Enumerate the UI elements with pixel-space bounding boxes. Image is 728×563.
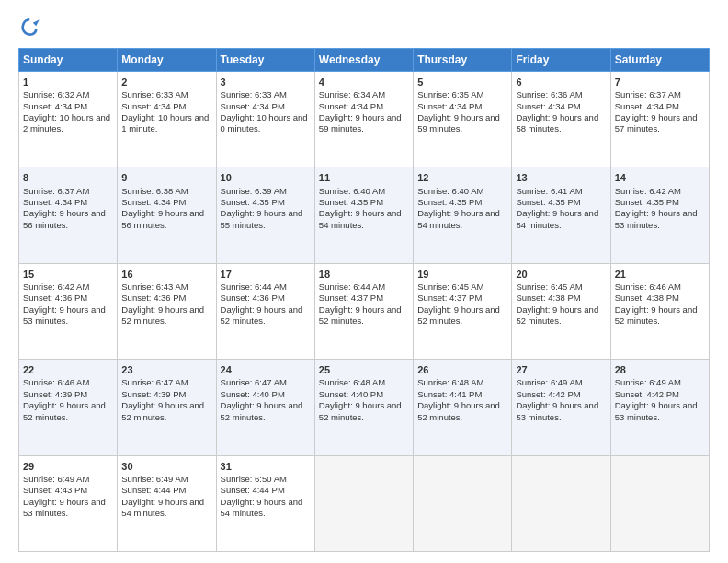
sunrise: Sunrise: 6:50 AM — [221, 474, 287, 484]
day-number: 24 — [221, 363, 311, 376]
sunrise: Sunrise: 6:34 AM — [319, 89, 385, 99]
daylight: Daylight: 10 hours and 1 minute. — [121, 112, 209, 133]
daylight: Daylight: 9 hours and 52 minutes. — [23, 400, 106, 421]
col-header-tuesday: Tuesday — [216, 49, 314, 72]
calendar-cell: 20Sunrise: 6:45 AMSunset: 4:38 PMDayligh… — [512, 263, 610, 359]
sunset: Sunset: 4:35 PM — [417, 197, 482, 207]
sunset: Sunset: 4:34 PM — [121, 101, 186, 111]
daylight: Daylight: 9 hours and 55 minutes. — [221, 208, 303, 229]
calendar-cell: 5Sunrise: 6:35 AMSunset: 4:34 PMDaylight… — [414, 72, 512, 167]
sunset: Sunset: 4:34 PM — [516, 101, 580, 111]
sunset: Sunset: 4:35 PM — [615, 197, 679, 207]
sunrise: Sunrise: 6:41 AM — [516, 186, 582, 196]
day-number: 20 — [516, 268, 606, 281]
sunrise: Sunrise: 6:36 AM — [516, 89, 582, 99]
sunset: Sunset: 4:34 PM — [23, 101, 87, 111]
col-header-thursday: Thursday — [414, 49, 512, 72]
daylight: Daylight: 9 hours and 52 minutes. — [516, 304, 598, 326]
sunrise: Sunrise: 6:45 AM — [516, 282, 582, 292]
calendar-cell: 31Sunrise: 6:50 AMSunset: 4:44 PMDayligh… — [216, 455, 314, 551]
sunset: Sunset: 4:35 PM — [516, 197, 580, 207]
day-number: 15 — [23, 268, 113, 281]
daylight: Daylight: 9 hours and 59 minutes. — [417, 112, 500, 133]
daylight: Daylight: 9 hours and 52 minutes. — [121, 400, 204, 421]
daylight: Daylight: 10 hours and 0 minutes. — [221, 112, 308, 133]
calendar-cell: 29Sunrise: 6:49 AMSunset: 4:43 PMDayligh… — [19, 455, 118, 551]
sunrise: Sunrise: 6:49 AM — [516, 377, 582, 387]
sunrise: Sunrise: 6:39 AM — [221, 186, 287, 196]
daylight: Daylight: 9 hours and 53 minutes. — [23, 497, 106, 518]
day-number: 29 — [23, 460, 113, 473]
col-header-friday: Friday — [512, 49, 610, 72]
sunset: Sunset: 4:42 PM — [615, 389, 679, 399]
sunset: Sunset: 4:36 PM — [23, 293, 87, 303]
sunset: Sunset: 4:41 PM — [417, 389, 482, 399]
col-header-wednesday: Wednesday — [314, 49, 413, 72]
calendar-cell — [610, 455, 709, 551]
daylight: Daylight: 9 hours and 52 minutes. — [615, 304, 698, 326]
day-number: 19 — [417, 268, 507, 281]
sunset: Sunset: 4:34 PM — [221, 101, 285, 111]
sunrise: Sunrise: 6:37 AM — [615, 89, 681, 99]
daylight: Daylight: 9 hours and 54 minutes. — [319, 208, 402, 229]
sunset: Sunset: 4:39 PM — [23, 389, 87, 399]
calendar-table: SundayMondayTuesdayWednesdayThursdayFrid… — [18, 48, 710, 552]
sunset: Sunset: 4:37 PM — [417, 293, 482, 303]
sunrise: Sunrise: 6:47 AM — [121, 377, 188, 387]
day-number: 30 — [121, 460, 211, 473]
day-number: 27 — [516, 363, 606, 376]
day-number: 8 — [23, 171, 113, 184]
day-number: 3 — [221, 75, 311, 88]
sunset: Sunset: 4:44 PM — [221, 485, 285, 495]
daylight: Daylight: 9 hours and 52 minutes. — [319, 400, 402, 421]
day-number: 22 — [23, 363, 113, 376]
daylight: Daylight: 9 hours and 57 minutes. — [615, 112, 698, 133]
sunset: Sunset: 4:35 PM — [319, 197, 383, 207]
sunset: Sunset: 4:42 PM — [516, 389, 580, 399]
calendar-cell: 14Sunrise: 6:42 AMSunset: 4:35 PMDayligh… — [610, 167, 709, 263]
sunrise: Sunrise: 6:38 AM — [121, 186, 188, 196]
sunrise: Sunrise: 6:44 AM — [319, 282, 385, 292]
day-number: 12 — [417, 171, 507, 184]
calendar-cell: 28Sunrise: 6:49 AMSunset: 4:42 PMDayligh… — [610, 360, 709, 455]
sunrise: Sunrise: 6:44 AM — [221, 282, 287, 292]
sunset: Sunset: 4:36 PM — [121, 293, 186, 303]
calendar-cell — [512, 455, 610, 551]
calendar-cell: 15Sunrise: 6:42 AMSunset: 4:36 PMDayligh… — [19, 263, 118, 359]
sunrise: Sunrise: 6:35 AM — [417, 89, 483, 99]
col-header-sunday: Sunday — [19, 49, 118, 72]
calendar-cell: 22Sunrise: 6:46 AMSunset: 4:39 PMDayligh… — [19, 360, 118, 455]
sunset: Sunset: 4:44 PM — [121, 485, 186, 495]
calendar-cell: 6Sunrise: 6:36 AMSunset: 4:34 PMDaylight… — [512, 72, 610, 167]
day-number: 25 — [319, 363, 409, 376]
sunrise: Sunrise: 6:48 AM — [417, 377, 483, 387]
sunrise: Sunrise: 6:42 AM — [23, 282, 89, 292]
calendar-cell: 19Sunrise: 6:45 AMSunset: 4:37 PMDayligh… — [414, 263, 512, 359]
day-number: 14 — [615, 171, 705, 184]
sunset: Sunset: 4:34 PM — [121, 197, 186, 207]
day-number: 13 — [516, 171, 606, 184]
day-number: 18 — [319, 268, 409, 281]
daylight: Daylight: 9 hours and 54 minutes. — [221, 497, 303, 518]
sunrise: Sunrise: 6:33 AM — [121, 89, 188, 99]
daylight: Daylight: 9 hours and 52 minutes. — [221, 400, 303, 421]
sunrise: Sunrise: 6:47 AM — [221, 377, 287, 387]
calendar-cell: 8Sunrise: 6:37 AMSunset: 4:34 PMDaylight… — [19, 167, 118, 263]
calendar-cell: 27Sunrise: 6:49 AMSunset: 4:42 PMDayligh… — [512, 360, 610, 455]
sunset: Sunset: 4:34 PM — [615, 101, 679, 111]
calendar-cell: 30Sunrise: 6:49 AMSunset: 4:44 PMDayligh… — [118, 455, 216, 551]
sunset: Sunset: 4:37 PM — [319, 293, 383, 303]
sunset: Sunset: 4:34 PM — [23, 197, 87, 207]
sunset: Sunset: 4:40 PM — [221, 389, 285, 399]
daylight: Daylight: 9 hours and 52 minutes. — [221, 304, 303, 326]
calendar-cell: 23Sunrise: 6:47 AMSunset: 4:39 PMDayligh… — [118, 360, 216, 455]
calendar-cell: 11Sunrise: 6:40 AMSunset: 4:35 PMDayligh… — [314, 167, 413, 263]
calendar-cell: 10Sunrise: 6:39 AMSunset: 4:35 PMDayligh… — [216, 167, 314, 263]
daylight: Daylight: 9 hours and 54 minutes. — [516, 208, 598, 229]
header — [18, 15, 710, 40]
col-header-saturday: Saturday — [610, 49, 709, 72]
sunset: Sunset: 4:34 PM — [417, 101, 482, 111]
daylight: Daylight: 9 hours and 54 minutes. — [417, 208, 500, 229]
sunset: Sunset: 4:39 PM — [121, 389, 186, 399]
daylight: Daylight: 9 hours and 52 minutes. — [417, 304, 500, 326]
